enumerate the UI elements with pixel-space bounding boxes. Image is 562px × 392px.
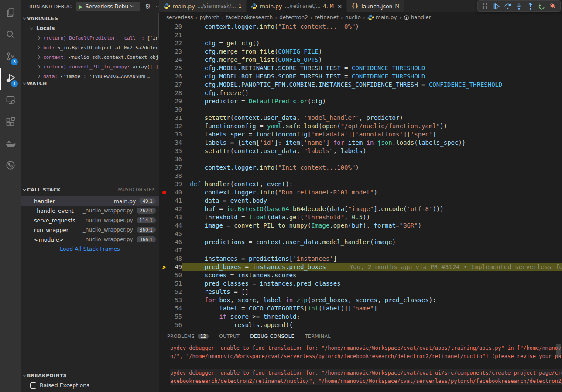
activity-item-docker[interactable] <box>0 133 21 155</box>
breakpoint-row[interactable]: Uncaught Exceptions <box>21 390 159 392</box>
activity-item-explorer[interactable] <box>0 3 21 24</box>
breakpoint-gutter[interactable] <box>159 130 169 139</box>
load-all-stack-frames-link[interactable]: Load All Stack Frames <box>21 244 159 252</box>
code-line[interactable]: 24 cfg.merge_from_list(CONFIG_OPTS) <box>159 56 562 64</box>
breakpoint-gutter[interactable] <box>159 122 169 130</box>
code-line[interactable]: 32 functionconfig = yaml.safe_load(open(… <box>159 122 562 130</box>
code-line[interactable]: 34 labels = {item['id']: item['name'] fo… <box>159 139 562 147</box>
breadcrumb-item[interactable]: handler <box>404 14 431 20</box>
code-line[interactable]: 36 <box>159 155 562 164</box>
code-line[interactable]: 33 labels_spec = functionconfig['metadat… <box>159 130 562 139</box>
breakpoint-gutter[interactable] <box>159 180 169 188</box>
disconnect-button[interactable] <box>548 1 558 11</box>
breakpoint-gutter[interactable] <box>159 230 169 238</box>
code-line[interactable]: 56 results.append({ <box>159 321 562 329</box>
panel-tab-debug-console[interactable]: DEBUG CONSOLE <box>250 331 295 342</box>
code-text[interactable]: def handler(context, event): <box>182 180 562 188</box>
breadcrumb-item[interactable]: retinanet <box>315 14 339 20</box>
breakpoint-gutter[interactable] <box>159 321 169 329</box>
code-line[interactable]: 25 cfg.MODEL.RETINANET.SCORE_THRESH_TEST… <box>159 64 562 72</box>
breakpoint-gutter[interactable] <box>159 114 169 122</box>
code-line[interactable]: 53 for box, score, label in zip(pred_box… <box>159 296 562 304</box>
code-text[interactable]: cfg.MODEL.RETINANET.SCORE_THRESH_TEST = … <box>182 64 562 72</box>
restart-button[interactable] <box>537 1 547 11</box>
call-stack-section-header[interactable]: CALL STACK PAUSED ON STEP <box>21 184 159 195</box>
code-text[interactable] <box>182 31 562 39</box>
code-text[interactable]: labels_spec = functionconfig['metadata']… <box>182 130 562 139</box>
code-text[interactable]: results.append({ <box>182 321 562 329</box>
code-text[interactable]: if score >= threshold: <box>182 313 562 321</box>
code-text[interactable]: image = convert_PIL_to_numpy(Image.open(… <box>182 222 562 230</box>
step-out-button[interactable] <box>525 1 535 11</box>
breadcrumb-item[interactable]: pytorch <box>199 14 219 20</box>
code-text[interactable] <box>182 172 562 180</box>
code-line[interactable]: 35 setattr(context.user_data, "labels", … <box>159 147 562 155</box>
code-line[interactable]: 51 pred_classes = instances.pred_classes <box>159 280 562 288</box>
debug-settings-gear-icon[interactable]: ⚙ <box>145 3 151 10</box>
watch-section-header[interactable]: WATCH <box>21 78 159 89</box>
breadcrumb-item[interactable]: serverless <box>166 14 193 20</box>
breakpoint-gutter[interactable] <box>159 197 169 205</box>
code-line[interactable]: 42 buf = io.BytesIO(base64.b64decode(dat… <box>159 205 562 213</box>
code-text[interactable]: buf = io.BytesIO(base64.b64decode(data["… <box>182 205 562 213</box>
breakpoint-gutter[interactable] <box>159 222 169 230</box>
code-text[interactable]: context.logger.info("Init context... 0%"… <box>182 23 562 31</box>
code-line[interactable]: 37 context.logger.info("Init context...1… <box>159 164 562 172</box>
code-line[interactable]: 39def handler(context, event): <box>159 180 562 188</box>
breakpoint-gutter[interactable] <box>159 304 169 313</box>
step-into-button[interactable] <box>514 1 524 11</box>
variable-row[interactable]: data: {'image': 'iVBORw0KG…AAAANSUhE… <box>21 72 159 78</box>
breakpoint-gutter[interactable] <box>159 205 169 213</box>
code-line[interactable]: 27 cfg.MODEL.PANOPTIC_FPN.COMBINE.INSTAN… <box>159 81 562 89</box>
code-line[interactable]: 50 scores = instances.scores <box>159 271 562 280</box>
breakpoint-gutter[interactable] <box>159 246 169 255</box>
panel-tab-output[interactable]: OUTPUT <box>219 331 240 342</box>
debug-console-output[interactable]: pydev debugger: unable to find translati… <box>159 342 562 392</box>
breakpoint-gutter[interactable] <box>159 72 169 81</box>
breakpoint-gutter[interactable] <box>159 56 169 64</box>
breakpoint-gutter[interactable] <box>159 39 169 48</box>
code-text[interactable]: label = COCO_CATEGORIES[int(label)]["nam… <box>182 304 562 313</box>
activity-item-remote-explorer[interactable] <box>0 90 21 112</box>
variable-row[interactable]: buf: <_io.BytesIO object at 0x7f5a2dc1ec… <box>21 43 159 52</box>
code-line[interactable]: 26 cfg.MODEL.ROI_HEADS.SCORE_THRESH_TEST… <box>159 72 562 81</box>
variables-scope-locals[interactable]: Locals <box>21 24 159 33</box>
code-text[interactable] <box>182 155 562 164</box>
panel-tab-problems[interactable]: PROBLEMS12 <box>167 331 209 342</box>
breakpoint-gutter[interactable] <box>159 188 169 197</box>
breakpoint-gutter[interactable] <box>159 106 169 114</box>
breakpoint-gutter[interactable] <box>159 139 169 147</box>
code-text[interactable]: cfg.MODEL.PANOPTIC_FPN.COMBINE.INSTANCES… <box>182 81 562 89</box>
code-text[interactable] <box>182 246 562 255</box>
variable-row[interactable]: (return) DefaultPredictor.__call__: {'in… <box>21 33 159 43</box>
breakpoint-gutter[interactable] <box>159 147 169 155</box>
breakpoint-gutter[interactable] <box>159 296 169 304</box>
breadcrumb-item[interactable]: facebookresearch <box>226 14 273 20</box>
code-text[interactable] <box>182 230 562 238</box>
code-line[interactable]: 52 results = [] <box>159 288 562 296</box>
activity-item-extensions[interactable] <box>0 112 21 133</box>
panel-tab-terminal[interactable]: TERMINAL <box>305 331 331 342</box>
code-text[interactable]: data = event.body <box>182 197 562 205</box>
close-icon[interactable]: × <box>337 3 342 10</box>
breakpoint-gutter[interactable] <box>159 164 169 172</box>
code-line[interactable]: 30 <box>159 106 562 114</box>
breadcrumb-item[interactable]: main.py <box>367 14 397 21</box>
breakpoint-gutter[interactable] <box>159 213 169 222</box>
code-text[interactable]: scores = instances.scores <box>182 271 562 280</box>
code-line[interactable]: 31 setattr(context.user_data, 'model_han… <box>159 114 562 122</box>
code-text[interactable]: for box, score, label in zip(pred_boxes,… <box>182 296 562 304</box>
stack-frame-row[interactable]: _handle_event_nuclio_wrapper.py262:1 <box>21 206 159 215</box>
code-text[interactable]: pred_boxes = instances.pred_boxesYou, 2 … <box>182 263 562 271</box>
breakpoint-gutter[interactable] <box>159 313 169 321</box>
code-text[interactable]: context.logger.info("Run retinanet-R101 … <box>182 188 562 197</box>
breakpoint-row[interactable]: Raised Exceptions <box>21 381 159 390</box>
code-text[interactable]: instances = predictions['instances'] <box>182 255 562 263</box>
step-over-button[interactable] <box>503 1 513 11</box>
code-text[interactable]: cfg.freeze() <box>182 89 562 97</box>
activity-item-search[interactable] <box>0 24 21 46</box>
code-line[interactable]: 54 label = COCO_CATEGORIES[int(label)]["… <box>159 304 562 313</box>
editor-tab[interactable]: main.py.../siammask/...1 <box>159 0 247 12</box>
stack-frame-row[interactable]: serve_requests_nuclio_wrapper.py114:1 <box>21 215 159 225</box>
breakpoint-gutter[interactable] <box>159 271 169 280</box>
